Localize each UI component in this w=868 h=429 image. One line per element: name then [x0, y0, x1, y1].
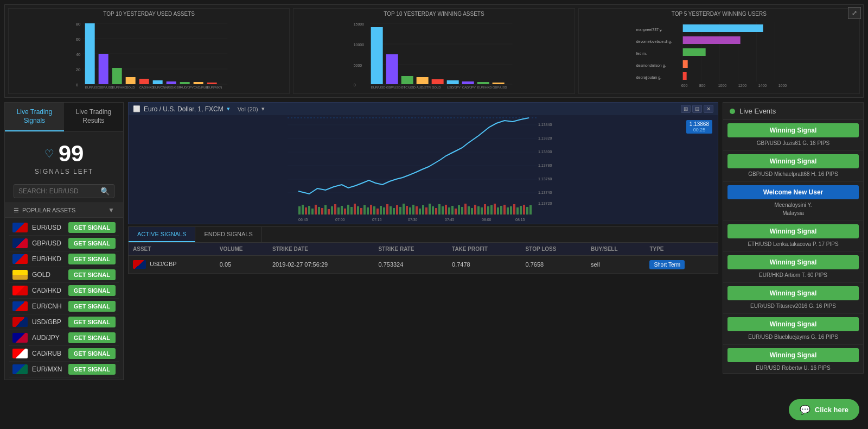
live-events-header: Live Events — [723, 103, 863, 120]
svg-rect-117 — [360, 208, 362, 214]
svg-text:GOLD: GOLD — [432, 86, 442, 89]
get-signal-btn-eur-mxn[interactable]: GET SIGNAL — [68, 364, 116, 375]
svg-text:1.13800: 1.13800 — [538, 150, 552, 154]
svg-text:CAD/HKD: CAD/HKD — [139, 86, 155, 89]
svg-rect-126 — [390, 206, 392, 214]
svg-rect-128 — [396, 205, 398, 214]
svg-text:fed m.: fed m. — [636, 52, 647, 55]
svg-rect-102 — [311, 209, 314, 214]
svg-rect-166 — [520, 206, 522, 214]
svg-rect-41 — [417, 77, 429, 84]
svg-rect-106 — [324, 205, 327, 214]
svg-rect-122 — [376, 209, 379, 214]
svg-rect-162 — [507, 207, 509, 214]
svg-rect-157 — [490, 205, 493, 214]
chart-used-assets: TOP 10 YESTERDAY USED ASSETS 80 60 40 20… — [8, 8, 290, 94]
svg-rect-144 — [448, 207, 450, 214]
svg-rect-46 — [493, 83, 505, 84]
svg-text:07:45: 07:45 — [445, 218, 455, 222]
svg-rect-39 — [386, 54, 398, 84]
col-volume: VOLUME — [215, 243, 268, 256]
svg-rect-16 — [167, 81, 176, 84]
svg-text:BTC/USD: BTC/USD — [401, 86, 416, 89]
event-detail-4: ETH/USD Lenka.takacova P. 17 PIPS — [727, 240, 859, 248]
svg-rect-113 — [347, 205, 349, 214]
chart-tool-btn-3[interactable]: ✕ — [704, 105, 713, 113]
fullscreen-button[interactable]: ⤢ — [848, 7, 861, 19]
signal-volume: 0.05 — [215, 256, 268, 274]
chart-dropdown-icon[interactable]: ▾ — [227, 105, 230, 112]
svg-rect-105 — [321, 208, 323, 214]
event-card-5: Winning Signal EUR/HKD Artiom T. 60 PIPS — [723, 252, 863, 283]
svg-rect-168 — [526, 207, 528, 214]
svg-text:manpreet737 y.: manpreet737 y. — [636, 28, 662, 32]
col-asset: ASSET — [129, 243, 215, 256]
svg-rect-154 — [481, 207, 483, 214]
svg-text:1.13820: 1.13820 — [538, 136, 552, 140]
get-signal-btn-usd-gbp[interactable]: GET SIGNAL — [68, 317, 116, 327]
svg-text:1.13720: 1.13720 — [538, 201, 552, 205]
asset-name: CAD/HKD — [32, 287, 64, 294]
winning-signal-btn-5: Winning Signal — [727, 255, 859, 269]
get-signal-btn-gold[interactable]: GET SIGNAL — [68, 269, 116, 280]
svg-rect-14 — [139, 79, 149, 84]
col-stop-loss: STOP LOSS — [521, 243, 587, 256]
get-signal-btn-eur-cnh[interactable]: GET SIGNAL — [68, 301, 116, 312]
svg-text:deorajjoutan g.: deorajjoutan g. — [636, 75, 661, 80]
vol-dropdown-icon[interactable]: ▾ — [261, 105, 265, 112]
svg-rect-137 — [425, 207, 427, 214]
svg-rect-150 — [468, 206, 470, 214]
tab-live-trading-signals[interactable]: Live Trading Signals — [5, 103, 64, 131]
svg-text:CAD/JPY: CAD/JPY — [462, 86, 476, 89]
chart-symbol-icon: ⬜ — [133, 105, 141, 112]
asset-name: EUR/MXN — [32, 365, 64, 373]
svg-rect-147 — [458, 205, 460, 214]
svg-text:USD/GBP: USD/GBP — [167, 86, 181, 89]
tab-active-signals[interactable]: ACTIVE SIGNALS — [129, 227, 195, 242]
get-signal-btn-aud-jpy[interactable]: GET SIGNAL — [68, 332, 116, 343]
svg-text:CAD/RUB: CAD/RUB — [194, 86, 208, 89]
tab-ended-signals[interactable]: ENDED SIGNALS — [195, 227, 261, 242]
svg-text:devomelovelace.di.g.: devomelovelace.di.g. — [636, 40, 672, 44]
short-term-badge: Short Term — [649, 260, 685, 269]
svg-text:1.13760: 1.13760 — [538, 177, 552, 181]
click-here-button[interactable]: 💬 Click here — [789, 399, 859, 420]
svg-rect-111 — [341, 206, 343, 214]
list-item: GBP/USD GET SIGNAL — [9, 236, 119, 251]
svg-text:EUR/USD: EUR/USD — [85, 86, 100, 89]
get-signal-btn-cad-rub[interactable]: GET SIGNAL — [68, 348, 116, 359]
svg-text:5000: 5000 — [354, 64, 362, 67]
asset-name: EUR/USD — [32, 224, 64, 231]
search-icon: 🔍 — [100, 187, 110, 195]
get-signal-btn-eur-usd[interactable]: GET SIGNAL — [68, 222, 116, 233]
chart-tool-btn-2[interactable]: ⊟ — [692, 105, 702, 113]
svg-rect-121 — [373, 206, 375, 214]
signal-stop-loss: 0.7658 — [521, 256, 587, 274]
svg-text:40: 40 — [76, 52, 81, 57]
flag-eur-hkd — [12, 254, 28, 264]
svg-rect-99 — [302, 205, 304, 214]
svg-rect-125 — [386, 204, 388, 214]
get-signal-btn-gbp-usd[interactable]: GET SIGNAL — [68, 238, 116, 249]
trading-chart: ⬜ Euro / U.S. Dollar, 1, FXCM ▾ Vol (20)… — [128, 102, 718, 224]
get-signal-btn-eur-hkd[interactable]: GET SIGNAL — [68, 254, 116, 264]
flag-eur-cnh — [12, 301, 28, 311]
chart-winning-users-title: TOP 5 YESTERDAY WINNING USERS — [581, 11, 857, 17]
svg-rect-142 — [442, 206, 444, 214]
chart-tool-btn-1[interactable]: ⊞ — [681, 105, 691, 113]
chart-winning-assets-svg: 15000 10000 5000 0 EUR/USD GBP/USD BTC/U… — [296, 19, 572, 90]
tab-live-trading-results[interactable]: Live Trading Results — [64, 103, 123, 131]
click-here-label: Click here — [815, 406, 848, 414]
svg-rect-161 — [503, 205, 506, 214]
svg-rect-141 — [438, 204, 441, 214]
flag-gold — [12, 270, 28, 280]
get-signal-btn-cad-hkd[interactable]: GET SIGNAL — [68, 285, 116, 296]
event-card-4: Winning Signal ETH/USD Lenka.takacova P.… — [723, 221, 863, 252]
heartbeat-icon: ♡ — [44, 147, 54, 160]
svg-text:AUD/JPY: AUD/JPY — [180, 86, 194, 89]
svg-rect-44 — [462, 81, 474, 84]
svg-rect-158 — [494, 204, 496, 214]
search-input[interactable] — [18, 187, 100, 195]
svg-text:1.13840: 1.13840 — [538, 123, 552, 127]
list-item: EUR/USD GET SIGNAL — [9, 220, 119, 236]
